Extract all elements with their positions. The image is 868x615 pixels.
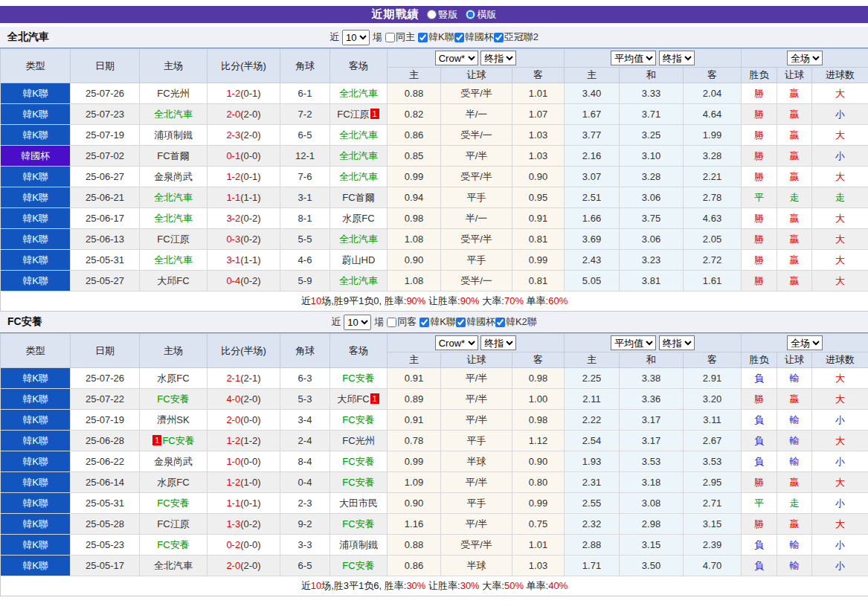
asian-home-odds: 0.88	[388, 535, 441, 556]
result-winloss: 勝	[742, 83, 777, 104]
team-name: 全北汽車	[7, 30, 49, 44]
asian-final-select[interactable]: 终指	[480, 51, 516, 65]
score-cell: 2-0(2-0)	[208, 104, 280, 125]
home-team-cell: 全北汽車	[140, 556, 208, 576]
scope-select[interactable]: 全场	[787, 51, 823, 65]
home-team-name: FC安養	[157, 498, 189, 509]
same-venue-label[interactable]: 同主	[385, 30, 415, 44]
league-cell: 韓K聯	[1, 556, 71, 576]
fulltime-score: 1-3	[226, 518, 240, 529]
asian-away-odds: 0.99	[512, 250, 565, 271]
away-team-name: 大邱FC	[337, 393, 369, 405]
odds-company-select[interactable]: Crow*	[435, 335, 478, 350]
home-team-name: 濟州SK	[157, 414, 189, 425]
result-winloss: 勝	[742, 514, 777, 535]
league-cell: 韓K聯	[1, 250, 71, 271]
result-goals: 大	[812, 250, 868, 271]
scope-select[interactable]: 全场	[787, 335, 823, 350]
result-goals: 走	[812, 187, 868, 208]
vertical-radio[interactable]	[427, 10, 437, 19]
corner-cell: 7-2	[280, 104, 330, 125]
away-team-cell: FC安養	[330, 368, 388, 389]
away-team-name: 蔚山HD	[342, 254, 376, 265]
asian-away-odds: 1.01	[512, 535, 565, 556]
result-handicap: 贏	[777, 146, 812, 167]
league-checkbox[interactable]	[419, 318, 429, 327]
average-select[interactable]: 平均值	[611, 51, 656, 65]
league-checkbox-label[interactable]: 韓國杯	[454, 30, 494, 44]
euro-away-odds: 2.67	[684, 431, 742, 451]
date-cell: 25-05-28	[71, 514, 140, 535]
same-venue-label[interactable]: 同客	[387, 315, 417, 329]
league-checkbox-label[interactable]: 韓K2聯	[495, 315, 537, 329]
league-checkbox-label[interactable]: 韓國杯	[456, 315, 495, 329]
euro-draw-odds: 3.36	[620, 389, 684, 410]
away-team-cell: 全北汽車	[330, 146, 388, 167]
league-checkbox[interactable]	[456, 318, 466, 327]
handicap-cell: 受平/半	[441, 167, 512, 187]
horizontal-radio[interactable]	[466, 10, 475, 19]
recent-count-select[interactable]: 10	[342, 30, 370, 45]
recent-count-select[interactable]: 10	[344, 315, 371, 330]
league-checkbox[interactable]	[418, 33, 428, 42]
away-team-name: FC光州	[342, 435, 374, 446]
league-checkbox-label[interactable]: 韓K聯	[419, 315, 456, 329]
matches-table-1: 类型 日期 主场 比分(半场) 角球 客场 Crow* 终指 平均值 终指 全场…	[0, 333, 868, 596]
fulltime-score: 1-1	[226, 192, 240, 203]
result-goals: 小	[812, 556, 868, 576]
same-venue-checkbox-0[interactable]	[385, 33, 395, 42]
league-checkbox[interactable]	[494, 33, 504, 42]
result-handicap: 輸	[777, 451, 812, 472]
euro-draw-odds: 3.28	[620, 167, 684, 187]
result-winloss: 勝	[742, 104, 777, 125]
away-team-name: 浦項制鐵	[339, 539, 378, 550]
date-cell: 25-07-26	[71, 368, 140, 389]
home-team-name: FC光州	[157, 88, 189, 99]
result-goals: 大	[812, 83, 868, 104]
corner-cell: 0-4	[280, 472, 330, 493]
fulltime-score: 4-0	[226, 393, 240, 405]
home-team-name: 水原FC	[157, 373, 189, 384]
league-checkbox-label[interactable]: 亞冠聯2	[494, 30, 539, 44]
result-winloss: 勝	[742, 229, 777, 250]
asian-odds-selects: Crow* 终指	[388, 334, 565, 352]
euro-home-odds: 1.66	[565, 208, 620, 229]
result-goals: 大	[812, 431, 868, 451]
euro-draw-odds: 3.25	[620, 125, 684, 146]
league-checkbox-text: 韓國杯	[465, 30, 494, 44]
col-result-handicap: 让球	[777, 352, 812, 368]
league-checkbox[interactable]	[495, 318, 505, 327]
league-checkbox-label[interactable]: 韓K聯	[418, 30, 454, 44]
horizontal-radio-label: 橫版	[478, 8, 497, 22]
halftime-score: (0-2)	[240, 234, 260, 245]
result-winloss: 勝	[742, 250, 777, 271]
league-checkboxes-1: 韓K聯韓國杯韓K2聯	[419, 315, 537, 329]
asian-home-odds: 1.09	[388, 472, 441, 493]
col-euro-draw: 和	[620, 352, 684, 368]
team-name: FC安養	[7, 315, 42, 329]
summary-row: 近10场,胜9平1负0, 胜率:90% 让胜率:90% 大率:70% 单率:60…	[1, 292, 868, 312]
layout-radio-horizontal[interactable]: 橫版	[466, 8, 497, 22]
result-winloss: 平	[742, 187, 777, 208]
home-team-cell: FC光州	[140, 83, 208, 104]
corner-cell: 8-1	[280, 208, 330, 229]
asian-away-odds: 0.90	[512, 451, 565, 472]
asian-final-select[interactable]: 终指	[480, 335, 516, 350]
same-venue-checkbox-1[interactable]	[387, 318, 396, 327]
league-cell: 韓K聯	[1, 83, 71, 104]
asian-odds-selects: Crow* 终指	[388, 49, 565, 68]
euro-final-select[interactable]: 终指	[659, 335, 695, 350]
handicap-cell: 受半/一	[441, 125, 512, 146]
euro-draw-odds: 3.53	[620, 451, 684, 472]
league-checkboxes-0: 韓K聯韓國杯亞冠聯2	[418, 30, 539, 44]
asian-away-odds: 0.81	[512, 271, 565, 292]
league-checkbox[interactable]	[454, 33, 464, 42]
odds-company-select[interactable]: Crow*	[435, 51, 478, 65]
average-select[interactable]: 平均值	[611, 335, 656, 350]
layout-radio-vertical[interactable]: 豎版	[427, 8, 458, 22]
asian-away-odds: 1.03	[512, 125, 565, 146]
away-team-cell: 全北汽車	[330, 229, 388, 250]
corner-cell: 5-5	[280, 229, 330, 250]
handicap-cell: 平手	[441, 187, 512, 208]
euro-final-select[interactable]: 终指	[659, 51, 695, 65]
